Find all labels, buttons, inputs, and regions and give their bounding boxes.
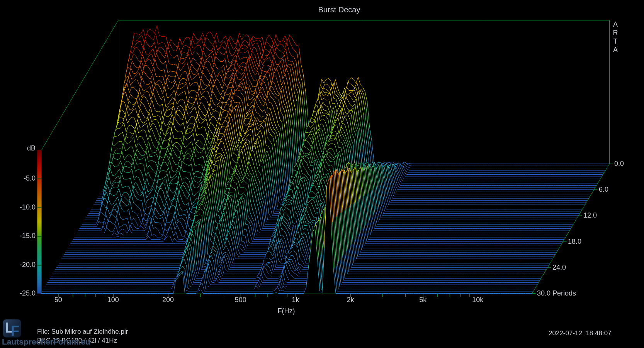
- periods-tick-label: 24.0: [552, 263, 566, 271]
- freq-tick-label: 200: [162, 296, 174, 304]
- arta-letter: A: [613, 46, 618, 54]
- periods-tick-label: 6.0: [599, 186, 608, 194]
- timestamp-text: 2022-07-12 18:48:07: [549, 329, 612, 337]
- db-tick-label: -15.0: [20, 232, 36, 240]
- freq-tick-label: 10k: [472, 296, 483, 304]
- periods-tick-label: 30.0 Periods: [537, 289, 576, 297]
- db-axis-unit-label: dB: [27, 144, 36, 152]
- db-tick-label: -25.0: [20, 289, 36, 297]
- burst-decay-window: Burst Decay ARTA dB F(Hz) L F File: Sub …: [0, 0, 644, 348]
- freq-tick-label: 2k: [347, 296, 354, 304]
- periods-tick-label: 18.0: [568, 237, 581, 245]
- periods-tick-label: 12.0: [583, 211, 597, 220]
- lautsprecherforum-logo: L F: [3, 319, 21, 338]
- freq-tick-label: 50: [54, 296, 62, 304]
- freq-tick-label: 100: [107, 296, 119, 304]
- freq-tick-label: 5k: [419, 296, 427, 304]
- freq-tick-label: 500: [235, 296, 246, 304]
- db-tick-label: -10.0: [20, 203, 36, 211]
- logo-letter-f: F: [11, 323, 19, 339]
- freq-tick-label: 1k: [292, 296, 299, 304]
- freq-axis-title: F(Hz): [278, 307, 295, 315]
- arta-letter: R: [613, 29, 618, 37]
- db-tick-label: -5.0: [24, 174, 36, 182]
- chart-title: Burst Decay: [318, 5, 360, 14]
- arta-letter: T: [613, 37, 618, 46]
- arta-letter: A: [613, 20, 618, 29]
- file-name-text: File: Sub Mikro auf Zielhöhe.pir: [37, 328, 128, 336]
- db-tick-label: -20.0: [20, 260, 36, 269]
- periods-tick-label: 0.0: [614, 160, 624, 168]
- watermark-text: LautsprecherForum.eu: [2, 337, 90, 346]
